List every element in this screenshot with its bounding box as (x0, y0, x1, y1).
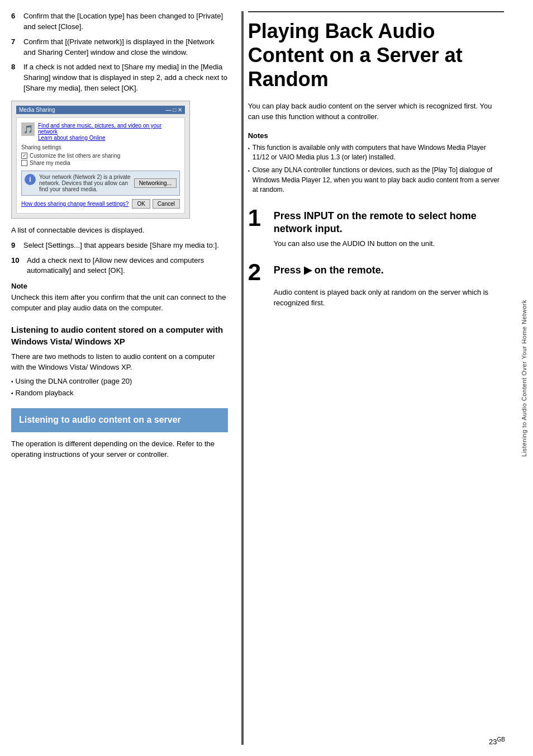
big-step-1-desc: You can also use the AUDIO IN button on … (274, 239, 504, 249)
screenshot-info-text: Your network (Network 2) is a private ne… (39, 174, 131, 192)
media-sharing-screenshot: Media Sharing — □ ✕ 🎵 Find and share mus… (11, 101, 190, 219)
big-step-2-desc: Audio content is played back only at ran… (274, 287, 504, 309)
big-step-1-num: 1 (248, 206, 268, 230)
networking-button[interactable]: Networking... (134, 178, 177, 188)
bullet-2: • Random playback (11, 388, 228, 399)
firewall-link[interactable]: How does sharing change firewall setting… (21, 201, 129, 207)
screenshot-checkbox2: Share my media (21, 160, 180, 166)
footer-buttons: OK Cancel (132, 199, 180, 209)
big-step-1-title: Press INPUT on the remote to select home… (274, 206, 504, 236)
screenshot-info-row: i Your network (Network 2) is a private … (21, 171, 180, 196)
info-icon: i (25, 174, 36, 185)
right-column: Playing Back Audio Content on a Server a… (241, 11, 504, 745)
screenshot-controls: — □ ✕ (165, 107, 182, 113)
checkbox1-box: ✓ (21, 153, 27, 159)
note-bullet-2: • Close any DLNA controller functions or… (248, 166, 504, 195)
step-7-text: Confirm that [(Private network)] is disp… (23, 37, 228, 58)
step-8-text: If a check is not added next to [Share m… (23, 62, 228, 94)
left-column: 6 Confirm that the [Location type] has b… (11, 11, 241, 745)
big-step-1: 1 Press INPUT on the remote to select ho… (248, 206, 504, 250)
right-title: Playing Back Audio Content on a Server a… (248, 19, 504, 92)
screenshot-link-sub: Learn about sharing Online (38, 135, 180, 141)
screenshot-body: 🎵 Find and share music, pictures, and vi… (16, 117, 185, 214)
step-7: 7 Confirm that [(Private network)] is di… (11, 37, 228, 58)
screenshot-checkbox1: ✓ Customize the list others are sharing (21, 153, 180, 159)
sidebar-text: Listening to Audio Content Over Your Hom… (521, 300, 527, 457)
screenshot-header-text: Find and share music, pictures, and vide… (38, 122, 180, 141)
big-step-2-num: 2 (248, 261, 268, 284)
note-section: Note Uncheck this item after you confirm… (11, 282, 228, 314)
note-bullet-1: • This function is available only with c… (248, 143, 504, 163)
big-step-2-title: Press ▶ on the remote. (274, 261, 384, 277)
note-bullet-1-text: This function is available only with com… (253, 143, 504, 163)
info-text: Your network (Network 2) is a private ne… (39, 174, 131, 192)
screenshot-footer: How does sharing change firewall setting… (21, 199, 180, 209)
bullet-1-text: Using the DLNA controller (page 20) (16, 376, 132, 387)
step-8: 8 If a check is not added next to [Share… (11, 62, 228, 94)
note-bullet-dot-1: • (248, 145, 250, 163)
note-bullet-dot-2: • (248, 168, 250, 195)
screenshot-media-icon: 🎵 (21, 122, 35, 136)
section1-heading: Listening to audio content stored on a c… (11, 324, 228, 347)
right-intro: You can play back audio content on the s… (248, 101, 504, 122)
screenshot-info-area: i Your network (Network 2) is a private … (21, 171, 180, 196)
screenshot-link: Find and share music, pictures, and vide… (38, 122, 180, 135)
note-text: Uncheck this item after you confirm that… (11, 292, 228, 314)
big-step-2: 2 Press ▶ on the remote. Audio content i… (248, 261, 504, 309)
checkbox2-box (21, 160, 27, 166)
checkbox1-label: Customize the list others are sharing (30, 153, 120, 159)
section2-text: The operation is different depending on … (11, 439, 228, 460)
step-6: 6 Confirm that the [Location type] has b… (11, 11, 228, 32)
screenshot-sharing-label: Sharing settings (21, 144, 180, 150)
step-9: 9 Select [Settings...] that appears besi… (11, 240, 228, 251)
step-10: 10 Add a check next to [Allow new device… (11, 256, 228, 277)
step-9-text: Select [Settings...] that appears beside… (23, 240, 219, 251)
note-title: Note (11, 282, 228, 290)
sidebar: Listening to Audio Content Over Your Hom… (515, 0, 533, 756)
step-8-num: 8 (11, 62, 21, 94)
screenshot-header-row: 🎵 Find and share music, pictures, and vi… (21, 122, 180, 141)
ok-button[interactable]: OK (132, 199, 150, 209)
big-step-1-header: 1 Press INPUT on the remote to select ho… (248, 206, 504, 236)
page-gb-text: GB (497, 736, 505, 743)
bullet-1: • Using the DLNA controller (page 20) (11, 376, 228, 387)
screenshot-title: Media Sharing (19, 107, 55, 113)
step-10-num: 10 (11, 256, 25, 277)
highlight-box-title: Listening to audio content on a server (19, 414, 220, 426)
page-number: 23GB (489, 736, 505, 746)
after-screenshot-text: A list of connectable devices is display… (11, 225, 228, 236)
step-6-text: Confirm that the [Location type] has bee… (23, 11, 228, 32)
page-num-text: 23 (489, 738, 497, 746)
step-10-text: Add a check next to [Allow new devices a… (27, 256, 228, 277)
screenshot-title-bar: Media Sharing — □ ✕ (16, 106, 185, 114)
top-divider (248, 11, 504, 12)
cancel-button[interactable]: Cancel (153, 199, 180, 209)
step-7-num: 7 (11, 37, 21, 58)
checkbox2-label: Share my media (30, 160, 70, 166)
bullet-dot-2: • (11, 390, 13, 399)
section1-text: There are two methods to listen to audio… (11, 352, 228, 373)
note-bullet-2-text: Close any DLNA controller functions or d… (253, 166, 504, 195)
highlight-box: Listening to audio content on a server (11, 408, 228, 432)
step-9-num: 9 (11, 240, 21, 251)
bullet-2-text: Random playback (16, 388, 74, 399)
big-step-2-header: 2 Press ▶ on the remote. (248, 261, 504, 284)
step-6-num: 6 (11, 11, 21, 32)
bullet-dot-1: • (11, 378, 13, 387)
notes-title: Notes (248, 131, 504, 140)
